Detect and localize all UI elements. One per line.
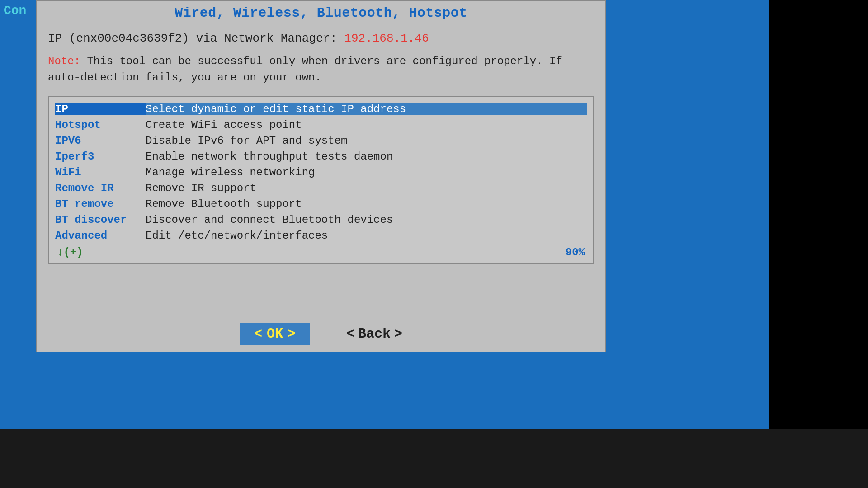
menu-row[interactable]: IPSelect dynamic or edit static IP addre… — [55, 101, 587, 117]
menu-desc: Enable network throughput tests daemon — [146, 150, 587, 163]
menu-desc: Create WiFi access point — [146, 119, 587, 131]
ok-button[interactable]: < OK > — [240, 323, 310, 345]
ok-right-chevron: > — [288, 326, 296, 342]
menu-row[interactable]: BT removeRemove Bluetooth support — [55, 196, 587, 212]
scroll-indicator: ↓(+) — [57, 246, 83, 258]
ip-label: IP (enx00e04c3639f2) via Network Manager… — [48, 32, 337, 45]
ip-address: 192.168.1.46 — [344, 32, 429, 45]
note-text: This tool can be successful only when dr… — [48, 55, 562, 84]
dialog-bottom: < OK > < Back > — [37, 318, 605, 352]
menu-desc: Discover and connect Bluetooth devices — [146, 214, 587, 226]
menu-desc: Select dynamic or edit static IP address — [146, 103, 587, 115]
menu-desc: Edit /etc/network/interfaces — [146, 230, 587, 242]
menu-key: Iperf3 — [55, 150, 146, 163]
menu-key: Remove IR — [55, 182, 146, 194]
back-left-chevron: < — [346, 326, 354, 342]
ok-left-chevron: < — [254, 326, 262, 342]
menu-key: BT discover — [55, 214, 146, 226]
main-dialog: Wired, Wireless, Bluetooth, Hotspot IP (… — [36, 0, 606, 352]
note-label: Note: — [48, 55, 80, 67]
menu-list: IPSelect dynamic or edit static IP addre… — [55, 101, 587, 244]
menu-key: Advanced — [55, 230, 146, 242]
menu-row[interactable]: BT discoverDiscover and connect Bluetoot… — [55, 212, 587, 228]
menu-row[interactable]: IPV6Disable IPv6 for APT and system — [55, 133, 587, 149]
menu-key: BT remove — [55, 198, 146, 210]
menu-row[interactable]: Remove IRRemove IR support — [55, 180, 587, 196]
menu-desc: Remove IR support — [146, 182, 587, 194]
back-right-chevron: > — [394, 326, 402, 342]
scroll-percent: 90% — [566, 246, 585, 258]
menu-key: WiFi — [55, 166, 146, 178]
note-block: Note: This tool can be successful only w… — [48, 53, 594, 86]
menu-footer: ↓(+) 90% — [55, 244, 587, 258]
corner-label: Con — [4, 4, 26, 18]
back-label: Back — [358, 326, 391, 342]
menu-key: Hotspot — [55, 119, 146, 131]
menu-desc: Manage wireless networking — [146, 166, 587, 178]
menu-row[interactable]: HotspotCreate WiFi access point — [55, 117, 587, 133]
menu-desc: Disable IPv6 for APT and system — [146, 135, 587, 147]
menu-box: IPSelect dynamic or edit static IP addre… — [48, 96, 594, 264]
menu-row[interactable]: AdvancedEdit /etc/network/interfaces — [55, 228, 587, 244]
menu-row[interactable]: WiFiManage wireless networking — [55, 164, 587, 180]
ip-line: IP (enx00e04c3639f2) via Network Manager… — [48, 32, 594, 45]
menu-row[interactable]: Iperf3Enable network throughput tests da… — [55, 149, 587, 164]
back-button[interactable]: < Back > — [346, 326, 402, 342]
dialog-title: Wired, Wireless, Bluetooth, Hotspot — [37, 1, 605, 23]
menu-key: IPV6 — [55, 135, 146, 147]
menu-key: IP — [55, 103, 146, 115]
menu-desc: Remove Bluetooth support — [146, 198, 587, 210]
ok-label: OK — [267, 326, 283, 342]
dialog-body: IP (enx00e04c3639f2) via Network Manager… — [37, 23, 605, 318]
